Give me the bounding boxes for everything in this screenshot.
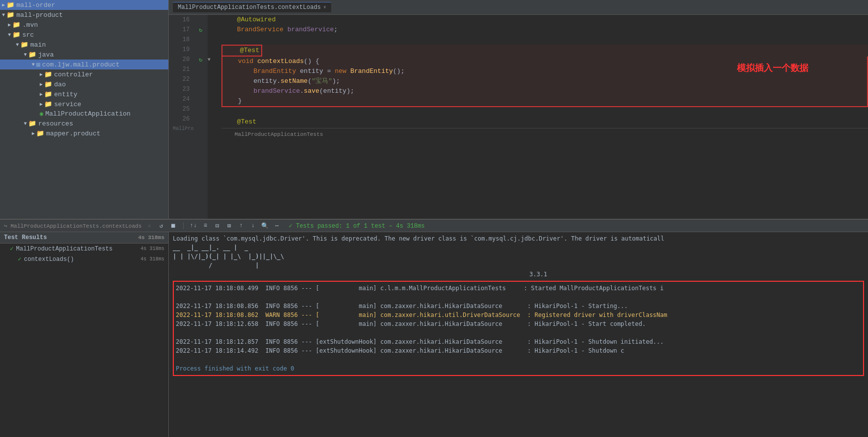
console-line-shutdown-init: 2022-11-17 18:18:12.857 INFO 8856 --- [e… <box>176 337 861 346</box>
test-method-label: contextLoads() <box>24 256 74 263</box>
console-line-warn: 2022-11-17 18:18:08.862 WARN 8856 --- [ … <box>176 311 861 319</box>
console-line-hikari-complete: 2022-11-17 18:18:12.658 INFO 8856 --- [ … <box>176 319 861 328</box>
bottom-content: Test Results 4s 318ms ✓ MallProductAppli… <box>0 232 868 437</box>
console-line-deprecated: Loading class `com.mysql.jdbc.Driver'. T… <box>173 234 864 243</box>
sidebar-item-dao[interactable]: ▶ 📁 dao <box>0 79 168 89</box>
code-token: @Test <box>221 117 256 127</box>
fold-icon-20[interactable]: ▼ <box>208 55 217 64</box>
tab-active[interactable]: MallProductApplicationTests.contextLoads… <box>173 2 331 12</box>
arrow-icon: ▶ <box>40 81 43 87</box>
code-token: entity. <box>222 76 281 86</box>
folder-icon: 📁 <box>44 70 52 78</box>
sidebar-label: src <box>22 31 34 39</box>
sidebar-label: entity <box>54 91 77 98</box>
folder-icon: 📁 <box>6 1 14 9</box>
sidebar-item-mvn[interactable]: ▶ 📁 .mvn <box>0 20 168 30</box>
search-button[interactable]: 🔍 <box>261 222 269 230</box>
arrow-icon: ▶ <box>8 22 11 28</box>
arrow-icons: ▼ <box>208 15 217 219</box>
sidebar-item-entity[interactable]: ▶ 📁 entity <box>0 89 168 99</box>
code-line-23: brandService.save(entity); <box>221 86 868 96</box>
code-token: @Autowired <box>221 15 276 25</box>
sidebar-item-controller[interactable]: ▶ 📁 controller <box>0 69 168 79</box>
run-icon-20[interactable]: ↻ <box>194 55 208 64</box>
code-token: contextLoads <box>257 57 304 66</box>
code-breadcrumb: MallProductApplicationTests <box>221 128 868 139</box>
sidebar-item-main[interactable]: ▼ 📁 main <box>0 40 168 50</box>
sidebar-item-src[interactable]: ▼ 📁 src <box>0 30 168 40</box>
sort-asc-button[interactable]: ↑↓ <box>190 222 198 230</box>
code-line-22: entity.setName("宝马"); <box>221 76 868 86</box>
folder-icon: 📁 <box>12 21 20 29</box>
arrow-icon: ▼ <box>24 121 27 126</box>
test-item-suite[interactable]: ✓ MallProductApplicationTests 4s 318ms <box>0 244 168 254</box>
tab-close-button[interactable]: × <box>323 5 326 10</box>
sidebar-item-mall-order[interactable]: ▶ 📁 mall-order <box>0 0 168 10</box>
sort-desc-button[interactable]: ≡ <box>202 222 210 230</box>
package-icon: ▦ <box>36 61 40 68</box>
arrow-icon: ▼ <box>32 62 35 67</box>
sidebar-item-service[interactable]: ▶ 📁 service <box>0 99 168 109</box>
code-line-24: } <box>221 96 868 107</box>
expand-button[interactable]: ⊞ <box>225 222 233 230</box>
test-item-method[interactable]: ✓ contextLoads() 4s 318ms <box>0 254 168 264</box>
gutter-icons: ↻ ↻ <box>194 15 208 219</box>
rerun-button[interactable]: ↺ <box>157 222 165 230</box>
test-suite-label: MallProductApplicationTests <box>16 246 112 252</box>
breadcrumb-tab: ↪ MallProductApplicationTests.contextLoa… <box>4 223 142 229</box>
down-button[interactable]: ↓ <box>249 222 257 230</box>
test-method-time: 4s 318ms <box>141 256 164 262</box>
folder-icon: 📁 <box>28 51 36 59</box>
console-line-blank2 <box>176 328 861 337</box>
arrow-icon: ▼ <box>24 52 27 58</box>
sidebar-item-app[interactable]: ◉ MallProductApplication <box>0 109 168 119</box>
arrow-icon: ▼ <box>8 32 11 38</box>
sidebar-label: main <box>30 41 46 49</box>
sidebar-item-mall-product[interactable]: ▼ 📁 mall-product <box>0 10 168 20</box>
arrow-icon: ▶ <box>32 130 35 136</box>
run-icon-17[interactable]: ↻ <box>194 25 208 35</box>
check-icon: ✓ <box>18 255 21 263</box>
code-panel: MallProductApplicationTests.contextLoads… <box>169 0 868 219</box>
code-token: @Test <box>221 45 262 57</box>
code-line-19: @Test <box>221 45 868 57</box>
console-line-blank1 <box>176 293 861 302</box>
test-results-panel: Test Results 4s 318ms ✓ MallProductAppli… <box>0 232 169 437</box>
code-content: @Autowired BrandService brandService; @T… <box>217 15 868 219</box>
tab-label: MallProductApplicationTests.contextLoads <box>178 4 321 11</box>
sidebar-item-mapper[interactable]: ▶ 📁 mapper.product <box>0 128 168 138</box>
sidebar-label: java <box>38 51 54 59</box>
code-token: (entity); <box>319 86 354 96</box>
sidebar-label: mapper.product <box>46 130 100 137</box>
stop-button[interactable]: ⏹ <box>169 222 177 230</box>
folder-icon: 📁 <box>36 129 44 137</box>
code-token: brandService <box>288 25 334 35</box>
folder-icon: 📁 <box>20 41 28 49</box>
sidebar-item-resources[interactable]: ▼ 📁 resources <box>0 119 168 128</box>
console-ascii-1: __ _|_ __|_. __ | _ <box>173 243 864 252</box>
console-highlight-box: 2022-11-17 18:18:08.499 INFO 8856 --- [ … <box>173 281 864 376</box>
arrow-icon: ▶ <box>40 71 43 77</box>
sidebar-item-java[interactable]: ▼ 📁 java <box>0 50 168 60</box>
folder-icon: 📁 <box>44 80 52 88</box>
collapse-button[interactable]: ⊟ <box>214 222 221 230</box>
code-token: (); <box>393 66 404 76</box>
console-version: 3.3.1 <box>173 270 864 279</box>
code-token: ; <box>334 25 338 35</box>
arrow-icon: ▼ <box>16 42 19 48</box>
console-line-blank3 <box>176 355 861 364</box>
code-line-25 <box>221 107 868 117</box>
arrow-icon: ▶ <box>2 2 5 8</box>
code-token: BrandEntity <box>350 66 393 76</box>
more-button[interactable]: ⋯ <box>273 222 281 230</box>
sidebar-label: resources <box>38 120 73 127</box>
sidebar-item-package[interactable]: ▼ ▦ com.ljw.mall.product <box>0 60 168 69</box>
sidebar-label: dao <box>54 81 66 88</box>
up-button[interactable]: ↑ <box>237 222 245 230</box>
code-token: save <box>304 86 319 96</box>
code-token: . <box>300 86 304 96</box>
sidebar-label: mall-order <box>16 1 55 9</box>
code-token: () { <box>304 57 319 66</box>
console-line-shutdown-complete: 2022-11-17 18:18:14.492 INFO 8856 --- [e… <box>176 346 861 355</box>
arrow-icon: ▶ <box>40 101 43 107</box>
